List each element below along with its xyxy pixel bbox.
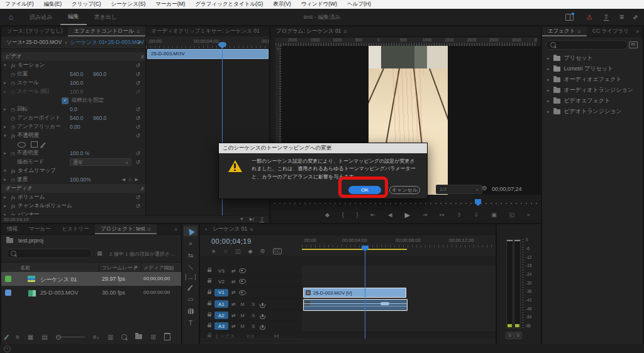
mute-button[interactable]: M	[239, 323, 247, 329]
tab-cc-libraries[interactable]: CC ライブラリ	[587, 26, 635, 36]
chevron-right-icon[interactable]: ▸	[1, 195, 9, 200]
audio-clip[interactable]	[303, 299, 408, 311]
mini-ruler[interactable]: ;00;00 00;00;04;00 00;0	[146, 36, 269, 49]
sync-lock-icon[interactable]: ⇄	[231, 301, 236, 307]
reset-icon[interactable]: ↺	[135, 159, 140, 165]
menu-edit[interactable]: 編集(E)	[39, 1, 67, 8]
collapse-icon[interactable]: ∧	[140, 53, 144, 60]
track-visibility-icon[interactable]	[239, 268, 246, 273]
sync-lock-icon[interactable]: ⇄	[231, 268, 236, 274]
list-view-icon[interactable]: ≡	[16, 334, 19, 340]
program-h-ruler[interactable]: 2000 1500 1000 500 0 500 1000 1500 2000 …	[275, 38, 537, 46]
panel-menu-icon[interactable]: ≡	[136, 28, 140, 35]
track-header-v2[interactable]: V2⇄	[200, 276, 302, 287]
video-clip[interactable]: fx 25-D-003.MOV [V]	[303, 288, 406, 298]
reset-icon[interactable]: ↺	[135, 89, 140, 95]
razor-tool[interactable]: ＼	[184, 262, 197, 272]
column-name[interactable]: 名前	[20, 264, 30, 271]
prev-keyframe-icon[interactable]: ◀	[122, 177, 125, 182]
track-header-master[interactable]: ミックス0.0⋈	[200, 332, 302, 341]
lift-icon[interactable]: ⇧	[457, 212, 462, 218]
voiceover-record-icon[interactable]	[262, 314, 264, 317]
stopwatch-icon[interactable]: ◷	[9, 116, 17, 121]
sync-lock-icon[interactable]: ⇄	[231, 290, 236, 295]
effects-bin-video-effects[interactable]: ▸ビデオエフェクト	[542, 95, 643, 106]
blend-mode-dropdown[interactable]: 通常∨	[70, 158, 131, 166]
track-label[interactable]: V1	[214, 289, 228, 296]
menu-sequence[interactable]: シーケンス(S)	[106, 1, 151, 8]
play-icon[interactable]: ▶	[404, 211, 409, 219]
chevron-right-icon[interactable]: ▸	[1, 177, 9, 182]
tab-history[interactable]: ヒストリー	[56, 224, 94, 234]
chevron-right-icon[interactable]: ▸	[547, 88, 550, 93]
filter-properties-icon[interactable]: ▼	[240, 217, 244, 221]
extract-icon[interactable]: ⇩	[474, 212, 479, 218]
column-framerate[interactable]: フレームレート	[102, 264, 138, 271]
pen-mask-icon[interactable]	[41, 142, 45, 147]
mark-out-icon[interactable]: }	[357, 212, 358, 218]
mute-button[interactable]: M	[239, 301, 247, 307]
solo-right-button[interactable]: S	[514, 332, 522, 339]
tab-info[interactable]: 情報	[1, 224, 23, 234]
item-name[interactable]: シーケンス 01	[40, 276, 77, 284]
mini-clip-bar[interactable]: 25-D-003.MOV	[147, 49, 269, 59]
zoom-slider[interactable]	[56, 337, 85, 337]
background-tasks-icon[interactable]	[4, 345, 11, 352]
reset-icon[interactable]: ↺	[135, 124, 140, 130]
add-marker-icon[interactable]: ◆	[248, 248, 253, 254]
tab-sequence-01[interactable]: シーケンス 01≡	[207, 224, 258, 234]
project-search-box[interactable]	[6, 249, 92, 258]
menu-window[interactable]: ウィンドウ(W)	[296, 1, 342, 8]
play-around-icon[interactable]: ▶|	[250, 217, 254, 222]
linked-selection-icon[interactable]: ◫	[235, 248, 241, 254]
captions-icon[interactable]: CC	[273, 248, 282, 254]
work-area-bar[interactable]	[302, 249, 407, 250]
value-anchor-x[interactable]: 540.0	[70, 115, 93, 121]
track-label[interactable]: V3	[214, 267, 228, 274]
project-row-clip[interactable]: 25-D-003.MOV 30.00 fps 00:00:00:00	[1, 286, 181, 300]
dialog-title-bar[interactable]: このシーケンスのトーンマッピングへの変更	[219, 143, 427, 153]
value-rotation[interactable]: 0.0	[70, 106, 93, 112]
expand-panel-icon[interactable]: ▸	[138, 39, 142, 45]
value-opacity[interactable]: 100.0 %	[70, 150, 93, 156]
find-icon[interactable]	[121, 334, 127, 340]
chevron-right-icon[interactable]: ▸	[1, 89, 9, 94]
track-lane-a2[interactable]	[302, 310, 496, 322]
fx-motion-row[interactable]: ▾fxモーション↺	[1, 61, 145, 70]
stopwatch-icon[interactable]: ◷	[9, 151, 17, 156]
chevron-down-icon[interactable]: ▾	[1, 168, 9, 173]
quick-export-icon[interactable]: ⇧	[604, 14, 609, 21]
icon-view-icon[interactable]: ▦	[28, 334, 33, 340]
lock-icon[interactable]	[208, 314, 211, 317]
reset-icon[interactable]: ↺	[135, 150, 140, 156]
more-panels-icon[interactable]: »	[174, 226, 181, 232]
sync-lock-icon[interactable]: ⇄	[231, 279, 236, 285]
chevron-right-icon[interactable]: ▸	[547, 109, 550, 114]
solo-button[interactable]: S	[250, 313, 257, 318]
warning-badge-icon[interactable]: ⚠	[586, 13, 592, 21]
project-home-icon[interactable]	[6, 238, 13, 243]
track-header-a3[interactable]: A3⇄MS	[200, 321, 302, 332]
rect-mask-icon[interactable]	[31, 141, 38, 148]
value-scale[interactable]: 100.0	[70, 80, 93, 86]
go-to-out-icon[interactable]: ↦	[440, 212, 445, 218]
new-bin-icon[interactable]	[135, 334, 142, 339]
menu-help[interactable]: ヘルプ(H)	[342, 1, 376, 8]
ripple-edit-tool[interactable]: ⇆	[184, 250, 197, 260]
voiceover-record-icon[interactable]	[262, 325, 264, 328]
read-only-icon[interactable]: ▦	[97, 250, 103, 256]
lock-icon[interactable]	[208, 335, 211, 337]
new-item-icon[interactable]: ⊞	[150, 334, 155, 340]
writable-icon[interactable]	[5, 334, 9, 339]
delete-icon[interactable]	[164, 333, 170, 340]
track-visibility-icon[interactable]	[239, 290, 246, 295]
panel-menu-icon[interactable]: ≡	[250, 226, 253, 232]
track-label[interactable]: V2	[214, 278, 228, 285]
reset-icon[interactable]: ↺	[135, 80, 140, 86]
add-keyframe-icon[interactable]: ◇	[128, 177, 131, 182]
chevron-down-icon[interactable]: ▾	[1, 63, 9, 68]
sort-icon[interactable]: ≡∨	[93, 334, 99, 340]
master-track-value[interactable]: 0.0	[247, 334, 254, 339]
menu-file[interactable]: ファイル(F)	[0, 1, 39, 8]
step-forward-icon[interactable]: ⇥	[423, 212, 428, 218]
